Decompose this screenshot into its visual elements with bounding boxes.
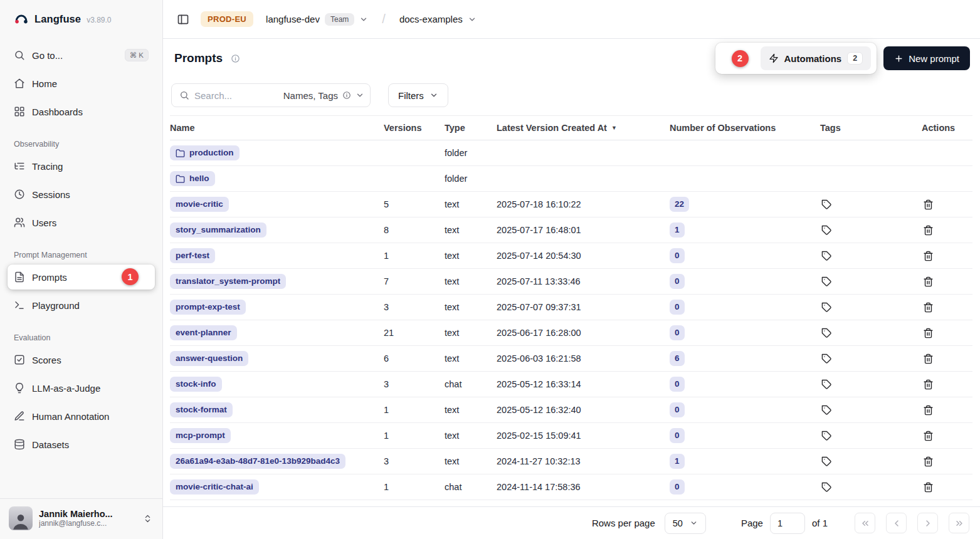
sidebar-item-llm-judge[interactable]: LLM-as-a-Judge [8,375,155,400]
observations-count-badge: 0 [670,248,685,263]
tag-button[interactable] [820,378,833,391]
prompt-name-badge[interactable]: prompt-exp-test [170,300,246,315]
tag-button[interactable] [820,352,833,365]
delete-button[interactable] [922,275,935,288]
next-page-button[interactable] [917,513,938,533]
table-row[interactable]: story_summarization 8 text 2025-07-17 16… [170,217,972,243]
tag-button[interactable] [820,404,833,417]
user-menu-toggle[interactable] [140,511,155,526]
prompt-name-badge[interactable]: 26a61a94-e3ab-48d7-81e0-13b929bad4c3 [170,454,345,469]
sidebar-item-playground[interactable]: Playground [8,293,155,318]
sidebar-item-home[interactable]: Home [8,71,155,96]
table-row[interactable]: 26a61a94-e3ab-48d7-81e0-13b929bad4c3 3 t… [170,449,972,474]
tag-button[interactable] [820,301,833,314]
search-scope-selector[interactable]: Names, Tags [283,90,364,101]
previous-page-button[interactable] [886,513,907,533]
sidebar-item-tracing[interactable]: Tracing [8,154,155,179]
observations-count-badge: 0 [670,428,685,443]
sidebar-item-sessions[interactable]: Sessions [8,182,155,207]
avatar[interactable] [9,506,33,530]
prompt-name-badge[interactable]: story_summarization [170,222,266,238]
sidebar-item-goto[interactable]: Go to... ⌘ K [8,43,155,68]
info-icon[interactable] [228,51,243,66]
tag-button[interactable] [820,224,833,237]
delete-button[interactable] [922,198,935,211]
column-header-latest-version[interactable]: Latest Version Created At ▼ [497,123,670,133]
sidebar-item-dashboards[interactable]: Dashboards [8,99,155,124]
delete-button[interactable] [922,249,935,263]
sidebar-item-human-annotation[interactable]: Human Annotation [8,404,155,429]
delete-button[interactable] [922,352,935,365]
table-row[interactable]: stock-info 3 chat 2025-05-12 16:33:14 0 [170,372,972,397]
tag-button[interactable] [820,249,833,263]
filters-label: Filters [398,90,424,101]
tag-button[interactable] [820,455,833,468]
prompt-name-badge[interactable]: mcp-prompt [170,428,231,443]
delete-button[interactable] [922,429,935,442]
table-row[interactable]: answer-question 6 text 2025-06-03 16:21:… [170,346,972,372]
prompt-name-badge[interactable]: answer-question [170,351,248,366]
sidebar-item-users[interactable]: Users [8,210,155,235]
table-row[interactable]: movie-critic 5 text 2025-07-18 16:10:22 … [170,192,972,217]
column-header-versions[interactable]: Versions [384,123,445,133]
prompt-name-badge[interactable]: event-planner [170,325,237,340]
table-row[interactable]: event-planner 21 text 2025-06-17 16:28:0… [170,320,972,346]
sidebar-item-prompts[interactable]: Prompts 1 [8,264,155,290]
brand-name: Langfuse [34,13,81,25]
table-row[interactable]: translator_system-prompt 7 text 2025-07-… [170,269,972,295]
first-page-button[interactable] [855,513,875,533]
prompt-name-badge[interactable]: translator_system-prompt [170,274,286,289]
column-header-name[interactable]: Name [170,123,384,133]
search-input[interactable] [194,90,278,101]
table-row[interactable]: prompt-exp-test 3 text 2025-07-07 09:37:… [170,295,972,320]
table-row[interactable]: mcp-prompt 1 text 2025-02-15 15:09:41 0 [170,423,972,449]
tag-button[interactable] [820,275,833,288]
versions-cell: 7 [384,276,445,286]
tag-button[interactable] [820,481,833,494]
org-switcher[interactable]: langfuse-dev Team [262,9,372,29]
versions-cell: 3 [384,379,445,389]
sidebar-item-label: Tracing [32,161,63,172]
filters-button[interactable]: Filters [388,83,448,107]
delete-button[interactable] [922,327,935,340]
table-row[interactable]: production folder [170,140,972,166]
delete-button[interactable] [922,378,935,391]
file-text-icon [14,271,25,283]
user-account-section[interactable]: Jannik Maierho... jannik@langfuse.c... [0,498,162,539]
prompt-name-badge[interactable]: production [170,145,240,160]
latest-version-created-at-cell: 2025-06-17 16:28:00 [497,328,670,338]
project-switcher[interactable]: docs-examples [396,10,480,28]
table-row[interactable]: hello folder [170,166,972,192]
sidebar-item-datasets[interactable]: Datasets [8,432,155,457]
column-header-observations[interactable]: Number of Observations [670,123,820,133]
org-role-badge: Team [325,13,354,26]
checkbox-icon [14,354,25,365]
prompt-name-badge[interactable]: stock-info [170,377,222,392]
prompt-name-badge[interactable]: movie-critic-chat-ai [170,479,259,495]
delete-button[interactable] [922,301,935,314]
chevrons-right-icon [954,518,964,528]
page-number-input[interactable] [770,513,805,534]
prompt-name-badge[interactable]: hello [170,171,215,186]
sidebar-item-scores[interactable]: Scores [8,347,155,372]
tag-button[interactable] [820,429,833,442]
new-prompt-button[interactable]: New prompt [883,46,970,70]
prompt-name-badge[interactable]: perf-test [170,248,215,263]
rows-per-page-select[interactable]: 50 [665,513,706,534]
table-row[interactable]: perf-test 1 text 2025-07-14 20:54:30 0 [170,243,972,269]
tag-button[interactable] [820,327,833,340]
delete-button[interactable] [922,404,935,417]
prompt-name-badge[interactable]: stock-format [170,402,233,417]
table-row[interactable]: movie-critic-chat-ai 1 chat 2024-11-14 1… [170,474,972,500]
last-page-button[interactable] [949,513,969,533]
prompt-name-badge[interactable]: movie-critic [170,197,229,212]
tag-icon [821,199,832,210]
delete-button[interactable] [922,481,935,494]
automations-button[interactable]: Automations 2 [761,46,872,70]
tag-button[interactable] [820,198,833,211]
delete-button[interactable] [922,224,935,237]
column-header-type[interactable]: Type [445,123,497,133]
table-row[interactable]: stock-format 1 text 2025-05-12 16:32:40 … [170,397,972,423]
sidebar-toggle-button[interactable] [174,11,192,28]
delete-button[interactable] [922,455,935,468]
